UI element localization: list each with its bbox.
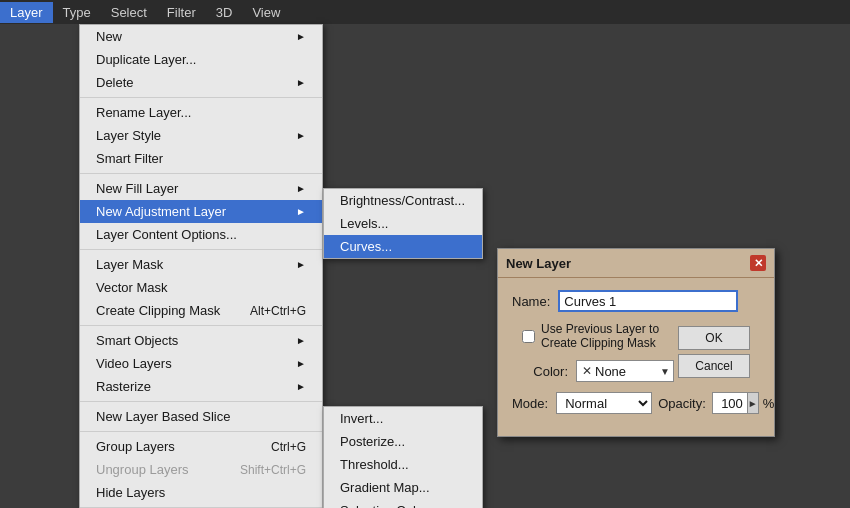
submenu-brightness[interactable]: Brightness/Contrast... [324,189,482,212]
menu-item-hide-layers-label: Hide Layers [96,485,165,500]
menu-item-new-adjustment[interactable]: New Adjustment Layer ► [80,200,322,223]
menu-item-vector-mask-label: Vector Mask [96,280,168,295]
menu-item-rasterize-label: Rasterize [96,379,151,394]
adjustment-layer-submenu: Brightness/Contrast... Levels... Curves.… [323,188,483,259]
menu-item-vector-mask[interactable]: Vector Mask [80,276,322,299]
menubar-item-3d[interactable]: 3D [206,2,243,23]
menubar-item-filter[interactable]: Filter [157,2,206,23]
menubar: Layer Type Select Filter 3D View [0,0,850,24]
menu-item-group-layers-label: Group Layers [96,439,175,454]
arrow-icon: ► [296,77,306,88]
menu-item-layer-style[interactable]: Layer Style ► [80,124,322,147]
new-layer-dialog: New Layer ✕ OK Cancel Name: Use Previous… [497,248,775,437]
opacity-label: Opacity: [658,396,706,411]
ok-button[interactable]: OK [678,326,750,350]
menu-item-ungroup-layers-label: Ungroup Layers [96,462,189,477]
arrow-icon: ► [296,259,306,270]
arrow-icon: ► [296,206,306,217]
menubar-item-type[interactable]: Type [53,2,101,23]
menu-item-rasterize[interactable]: Rasterize ► [80,375,322,398]
menu-item-delete[interactable]: Delete ► [80,71,322,94]
layer-menu: New ► Duplicate Layer... Delete ► Rename… [79,24,323,508]
menubar-item-layer[interactable]: Layer [0,2,53,23]
menu-item-clipping-mask-label: Create Clipping Mask [96,303,220,318]
menu-item-delete-label: Delete [96,75,134,90]
submenu-selective-color-label: Selective Color... [340,503,438,508]
submenu-gradient-map-label: Gradient Map... [340,480,430,495]
menu-item-new-fill[interactable]: New Fill Layer ► [80,177,322,200]
menu-item-video-layers[interactable]: Video Layers ► [80,352,322,375]
menu-item-layer-mask-label: Layer Mask [96,257,163,272]
separator [80,249,322,250]
menu-item-smart-filter[interactable]: Smart Filter [80,147,322,170]
checkbox-label: Use Previous Layer to Create Clipping Ma… [541,322,674,350]
mode-select[interactable]: Normal Dissolve Multiply Screen Overlay [556,392,652,414]
mode-opacity-row: Mode: Normal Dissolve Multiply Screen Ov… [512,392,674,414]
color-select-wrap: ✕ None Red Orange Yellow Green Blue Viol… [576,360,674,382]
menu-item-new-slice-label: New Layer Based Slice [96,409,230,424]
menu-item-new-adjustment-label: New Adjustment Layer [96,204,226,219]
separator [80,97,322,98]
menu-item-duplicate[interactable]: Duplicate Layer... [80,48,322,71]
arrow-icon: ► [296,381,306,392]
menu-item-smart-objects[interactable]: Smart Objects ► [80,329,322,352]
menubar-item-view[interactable]: View [242,2,290,23]
menu-item-rename[interactable]: Rename Layer... [80,101,322,124]
shortcut-text: Shift+Ctrl+G [240,463,306,477]
shortcut-text: Alt+Ctrl+G [250,304,306,318]
menu-item-layer-content-label: Layer Content Options... [96,227,237,242]
name-input[interactable] [558,290,738,312]
menu-item-clipping-mask[interactable]: Create Clipping Mask Alt+Ctrl+G [80,299,322,322]
submenu-curves-label: Curves... [340,239,392,254]
menu-item-ungroup-layers[interactable]: Ungroup Layers Shift+Ctrl+G [80,458,322,481]
menu-item-group-layers[interactable]: Group Layers Ctrl+G [80,435,322,458]
clipping-mask-checkbox[interactable] [522,330,535,343]
adjustment-layer-submenu-lower: Invert... Posterize... Threshold... Grad… [323,406,483,508]
cancel-button[interactable]: Cancel [678,354,750,378]
dialog-buttons: OK Cancel [678,326,750,378]
menu-item-video-layers-label: Video Layers [96,356,172,371]
menu-item-layer-content[interactable]: Layer Content Options... [80,223,322,246]
menu-item-new[interactable]: New ► [80,25,322,48]
dialog-close-button[interactable]: ✕ [750,255,766,271]
submenu-levels-label: Levels... [340,216,388,231]
dialog-titlebar: New Layer ✕ [498,249,774,278]
submenu-invert[interactable]: Invert... [324,407,482,430]
separator [80,173,322,174]
submenu-invert-label: Invert... [340,411,383,426]
arrow-icon: ► [296,335,306,346]
menu-item-new-label: New [96,29,122,44]
dialog-body: OK Cancel Name: Use Previous Layer to Cr… [498,278,774,436]
separator [80,325,322,326]
submenu-posterize[interactable]: Posterize... [324,430,482,453]
menubar-item-select[interactable]: Select [101,2,157,23]
dialog-inner: OK Cancel Name: Use Previous Layer to Cr… [512,290,760,414]
submenu-selective-color[interactable]: Selective Color... [324,499,482,508]
arrow-icon: ► [296,130,306,141]
menu-item-hide-layers[interactable]: Hide Layers [80,481,322,504]
color-row: Color: ✕ None Red Orange Yellow Green Bl… [512,360,674,382]
name-label: Name: [512,294,550,309]
submenu-threshold[interactable]: Threshold... [324,453,482,476]
opacity-stepper[interactable]: ► [748,392,759,414]
separator [80,401,322,402]
menu-item-layer-mask[interactable]: Layer Mask ► [80,253,322,276]
menu-item-layer-style-label: Layer Style [96,128,161,143]
menu-item-new-slice[interactable]: New Layer Based Slice [80,405,322,428]
menu-item-duplicate-label: Duplicate Layer... [96,52,196,67]
submenu-curves[interactable]: Curves... [324,235,482,258]
shortcut-text: Ctrl+G [271,440,306,454]
color-select[interactable]: None Red Orange Yellow Green Blue Violet… [576,360,674,382]
submenu-levels[interactable]: Levels... [324,212,482,235]
menu-item-smart-filter-label: Smart Filter [96,151,163,166]
opacity-input[interactable] [712,392,748,414]
submenu-brightness-label: Brightness/Contrast... [340,193,465,208]
checkbox-row: Use Previous Layer to Create Clipping Ma… [522,322,674,350]
opacity-percent: % [763,396,775,411]
color-label: Color: [512,364,568,379]
submenu-posterize-label: Posterize... [340,434,405,449]
submenu-gradient-map[interactable]: Gradient Map... [324,476,482,499]
mode-label: Mode: [512,396,548,411]
dialog-title: New Layer [506,256,571,271]
menu-item-smart-objects-label: Smart Objects [96,333,178,348]
